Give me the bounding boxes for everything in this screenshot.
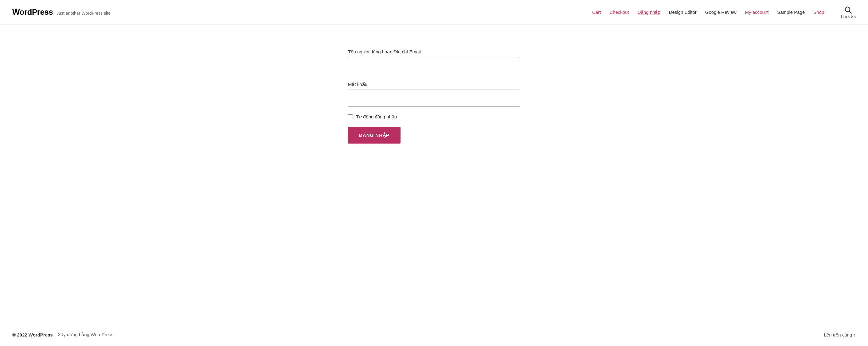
username-label: Tên người dùng hoặc Địa chỉ Email	[348, 49, 520, 55]
back-to-top[interactable]: Lên trên cùng ↑	[824, 332, 856, 337]
footer-built-with: Xây dựng bằng WordPress	[58, 332, 113, 337]
site-title: WordPress	[12, 7, 53, 17]
nav-item-dang-nhap[interactable]: Đăng nhập	[638, 9, 660, 15]
password-label: Mật khẩu	[348, 81, 520, 87]
footer-left: © 2022 WordPress Xây dựng bằng WordPress	[12, 332, 113, 337]
search-label: Tìm kiếm	[840, 14, 856, 19]
search-button[interactable]: Tìm kiếm	[840, 6, 856, 19]
nav-item-google-review[interactable]: Google Review	[705, 9, 737, 15]
site-footer: © 2022 WordPress Xây dựng bằng WordPress…	[0, 323, 868, 346]
nav-item-my-account[interactable]: My account	[745, 9, 769, 15]
login-form-container: Tên người dùng hoặc Địa chỉ Email Mật kh…	[348, 49, 520, 144]
header-divider	[833, 6, 833, 19]
footer-copyright: © 2022 WordPress	[12, 332, 53, 337]
remember-label[interactable]: Tự động đăng nhập	[356, 114, 397, 119]
password-input[interactable]	[348, 90, 520, 107]
password-group: Mật khẩu	[348, 81, 520, 107]
nav-item-sample-page[interactable]: Sample Page	[777, 9, 805, 15]
site-branding: WordPress Just another WordPress site	[12, 7, 111, 17]
login-form: Tên người dùng hoặc Địa chỉ Email Mật kh…	[348, 49, 520, 144]
remember-checkbox[interactable]	[348, 114, 353, 119]
nav-item-checkout[interactable]: Checkout	[609, 9, 629, 15]
nav-item-cart[interactable]: Cart	[592, 9, 601, 15]
site-header: WordPress Just another WordPress site Ca…	[0, 0, 868, 25]
svg-line-1	[849, 11, 852, 13]
remember-row: Tự động đăng nhập	[348, 114, 520, 119]
main-nav: Cart Checkout Đăng nhập Design Editor Go…	[592, 9, 824, 15]
username-group: Tên người dùng hoặc Địa chỉ Email	[348, 49, 520, 74]
username-input[interactable]	[348, 57, 520, 74]
login-button[interactable]: ĐĂNG NHẬP	[348, 127, 401, 144]
nav-item-design-editor[interactable]: Design Editor	[669, 9, 696, 15]
nav-item-shop[interactable]: Shop	[813, 9, 824, 15]
site-description: Just another WordPress site	[57, 11, 111, 15]
main-content: Tên người dùng hoặc Địa chỉ Email Mật kh…	[0, 25, 868, 323]
search-icon	[844, 6, 852, 14]
